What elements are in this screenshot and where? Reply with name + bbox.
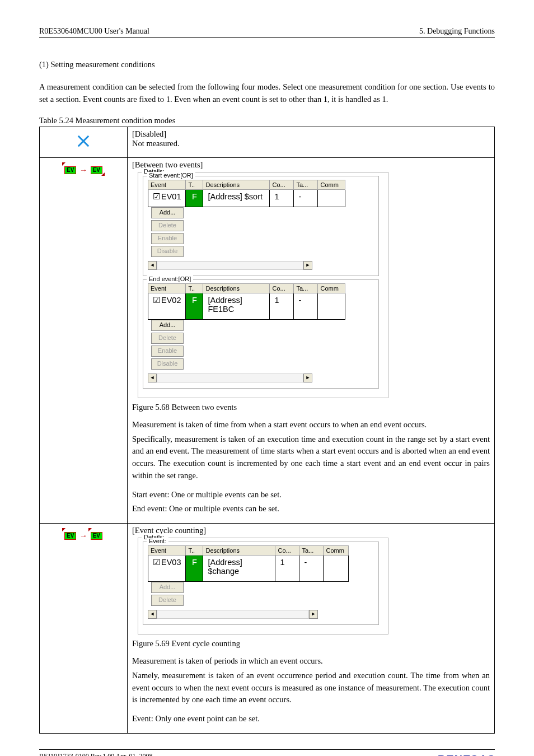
scroll-right-icon[interactable]: ►	[303, 261, 312, 270]
enable-button[interactable]: Enable	[151, 346, 184, 357]
row3-p1: Measurement is taken of periods in which…	[132, 655, 490, 668]
end-event-legend: End event:[OR]	[147, 276, 193, 282]
fig-5-69-caption: Figure 5.69 Event cycle counting	[132, 639, 490, 648]
end-event-f[interactable]: F	[186, 293, 203, 319]
disable-button[interactable]: Disable	[151, 246, 184, 257]
end-event-name[interactable]: EV02	[148, 293, 186, 319]
start-event-comm[interactable]	[318, 189, 345, 207]
renesas-logo: RENESAS	[431, 753, 495, 756]
table-caption: Table 5.24 Measurement condition modes	[39, 116, 495, 125]
row1-text: Not measured.	[132, 139, 490, 148]
ev-end-icon: EV	[91, 166, 102, 174]
col-t[interactable]: T..	[186, 180, 203, 189]
scroll-track[interactable]	[157, 261, 303, 270]
cycle-event-comm[interactable]	[324, 556, 349, 582]
col-desc[interactable]: Descriptions	[203, 283, 270, 293]
col-ta[interactable]: Ta...	[294, 180, 318, 189]
intro-paragraph: A measurement condition can be selected …	[39, 81, 495, 106]
details-dialog-cycle: Details: Event: Event T.. Descriptions C…	[138, 538, 490, 634]
fig-5-68-caption: Figure 5.68 Between two events	[132, 403, 490, 412]
end-event-table: Event T.. Descriptions Co... Ta... Comm …	[148, 283, 345, 320]
delete-button[interactable]: Delete	[151, 595, 184, 606]
col-co[interactable]: Co...	[270, 283, 294, 293]
row1-title: [Disabled]	[132, 129, 490, 139]
scroll-track[interactable]	[157, 610, 309, 619]
delete-button[interactable]: Delete	[151, 333, 184, 344]
col-event[interactable]: Event	[148, 546, 186, 556]
event-table: Event T.. Descriptions Co... Ta... Comm …	[148, 545, 349, 582]
scroll-track[interactable]	[157, 374, 303, 382]
header-left: R0E530640MCU00 User's Manual	[39, 27, 149, 36]
row2-p3: Start event: One or multiple events can …	[132, 489, 490, 501]
scroll-right-icon[interactable]: ►	[303, 374, 312, 382]
section-heading: (1) Setting measurement conditions	[39, 60, 495, 69]
header-right: 5. Debugging Functions	[419, 27, 495, 36]
start-event-desc[interactable]: [Address] $sort	[203, 189, 270, 207]
end-event-comm[interactable]	[318, 293, 345, 319]
add-button[interactable]: Add...	[151, 582, 184, 593]
mode-desc-between: [Between two events] Details: Start even…	[128, 157, 495, 523]
mode-desc-cycle: [Event cycle counting] Details: Event: E…	[128, 524, 495, 734]
row2-p2: Specifically, measurement is taken of an…	[132, 433, 490, 482]
footer-line1: REJ10J1733-0100 Rev.1.00 Apr. 01, 2008	[39, 752, 153, 756]
row2-p1: Measurement is taken of time from when a…	[132, 419, 490, 431]
details-dialog-between: Details: Start event:[OR] Event T.. Desc…	[138, 172, 490, 398]
arrow-right-icon: →	[78, 166, 88, 175]
col-co[interactable]: Co...	[270, 180, 294, 189]
row3-title: [Event cycle counting]	[132, 526, 490, 535]
row2-p4: End event: One or multiple events can be…	[132, 503, 490, 515]
start-event-co[interactable]: 1	[270, 189, 294, 207]
add-button[interactable]: Add...	[151, 320, 184, 331]
arrow-right-icon: →	[78, 531, 88, 540]
mode-icon-disabled	[40, 127, 128, 157]
row3-p2: Namely, measurement is taken of an event…	[132, 670, 490, 706]
scroll-left-icon[interactable]: ◄	[148, 610, 157, 619]
ev-icon-1: EV	[64, 532, 76, 540]
condition-modes-table: [Disabled] Not measured. EV → EV [Betwee…	[39, 127, 495, 734]
scroll-left-icon[interactable]: ◄	[148, 261, 157, 270]
start-event-ta[interactable]: -	[294, 189, 318, 207]
end-event-co[interactable]: 1	[270, 293, 294, 319]
end-event-desc[interactable]: [Address] FE1BC	[203, 293, 270, 319]
col-t[interactable]: T..	[186, 283, 203, 293]
enable-button[interactable]: Enable	[151, 233, 184, 244]
row3-p3: Event: Only one event point can be set.	[132, 713, 490, 725]
start-event-table: Event T.. Descriptions Co... Ta... Comm …	[148, 180, 345, 207]
col-ta[interactable]: Ta...	[294, 283, 318, 293]
cycle-event-name[interactable]: EV03	[148, 556, 186, 582]
row2-title: [Between two events]	[132, 160, 490, 170]
add-button[interactable]: Add...	[151, 207, 184, 218]
footer-text: REJ10J1733-0100 Rev.1.00 Apr. 01, 2008 P…	[39, 752, 153, 756]
start-event-f[interactable]: F	[186, 189, 203, 207]
col-ta[interactable]: Ta...	[299, 546, 324, 556]
col-comm[interactable]: Comm	[324, 546, 349, 556]
col-co[interactable]: Co...	[275, 546, 299, 556]
scroll-right-icon[interactable]: ►	[309, 610, 318, 619]
ev-start-icon: EV	[64, 166, 76, 174]
event-legend: Event:	[147, 538, 168, 544]
x-icon	[75, 133, 92, 150]
disable-button[interactable]: Disable	[151, 358, 184, 370]
cycle-event-co[interactable]: 1	[275, 556, 299, 582]
cycle-event-ta[interactable]: -	[299, 556, 324, 582]
mode-icon-between: EV → EV	[40, 157, 128, 523]
scroll-left-icon[interactable]: ◄	[148, 374, 157, 382]
end-event-ta[interactable]: -	[294, 293, 318, 319]
col-desc[interactable]: Descriptions	[203, 180, 270, 189]
col-event[interactable]: Event	[148, 180, 186, 189]
delete-button[interactable]: Delete	[151, 220, 184, 231]
start-event-legend: Start event:[OR]	[147, 172, 195, 179]
col-desc[interactable]: Descriptions	[203, 546, 275, 556]
cycle-event-desc[interactable]: [Address] $change	[203, 556, 275, 582]
mode-icon-cycle: EV → EV	[40, 524, 128, 734]
col-t[interactable]: T..	[186, 546, 203, 556]
col-comm[interactable]: Comm	[318, 180, 345, 189]
mode-desc-disabled: [Disabled] Not measured.	[128, 127, 495, 157]
col-event[interactable]: Event	[148, 283, 186, 293]
cycle-event-f[interactable]: F	[186, 556, 203, 582]
col-comm[interactable]: Comm	[318, 283, 345, 293]
ev-icon-2: EV	[91, 532, 102, 540]
start-event-name[interactable]: EV01	[148, 189, 186, 207]
